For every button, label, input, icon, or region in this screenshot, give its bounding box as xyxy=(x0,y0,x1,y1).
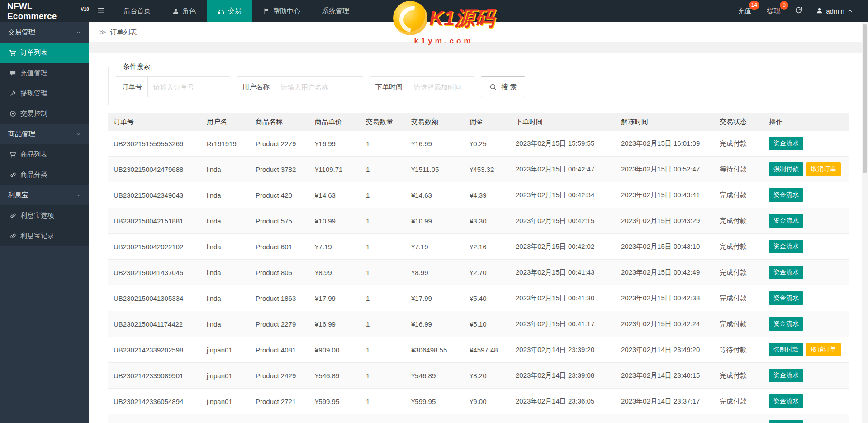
force-pay-button[interactable]: 强制付款 xyxy=(769,162,803,176)
nav-item-trade[interactable]: 交易 xyxy=(207,0,252,22)
fund-flow-button[interactable]: 资金流水 xyxy=(769,240,803,253)
cell-unfreeze-time: 2023年02月15日 00:52:47 xyxy=(616,157,714,182)
table-row: UB2302150041437045lindaProduct 805¥8.991… xyxy=(108,260,849,285)
cell-commission: ¥2.70 xyxy=(464,260,510,285)
fund-flow-button[interactable]: 资金流水 xyxy=(769,291,803,305)
column-header: 订单号 xyxy=(108,113,201,131)
cell-status: 完成付款 xyxy=(714,182,764,208)
order-time-input[interactable] xyxy=(408,76,474,97)
sidebar-item-recharge-manage[interactable]: 充值管理 xyxy=(0,63,89,83)
cell-actions: 强制付款取消订单 xyxy=(764,337,849,363)
fund-flow-button[interactable]: 资金流水 xyxy=(769,369,803,382)
breadcrumb-icon: ≫ xyxy=(99,28,106,36)
cell-amount: ¥10.99 xyxy=(406,208,464,234)
sidebar-item-product-category[interactable]: 商品分类 xyxy=(0,165,89,185)
fund-flow-button[interactable]: 资金流水 xyxy=(769,188,803,202)
sidebar-item-label: 充值管理 xyxy=(20,69,47,77)
chevron-up-icon xyxy=(848,7,853,15)
fund-flow-button[interactable]: 资金流水 xyxy=(769,137,803,150)
cell-username: Rr191919 xyxy=(201,131,250,157)
table-row: UB2302142339202598jinpan01Product 4081¥9… xyxy=(108,337,849,363)
cell-product: Product 575 xyxy=(250,208,309,234)
sidebar-item-product-list[interactable]: 商品列表 xyxy=(0,144,89,165)
fund-flow-button[interactable]: 资金流水 xyxy=(769,214,803,228)
cell-unfreeze-time: 2023年02月15日 00:43:29 xyxy=(616,208,714,234)
cell-status: 等待付款 xyxy=(714,157,764,182)
username-input[interactable] xyxy=(275,76,363,97)
flag-icon xyxy=(263,8,270,14)
cell-username: jinpan01 xyxy=(201,363,250,389)
nav-item-label: 系统管理 xyxy=(322,7,349,15)
fund-flow-button[interactable]: 资金流水 xyxy=(769,420,803,423)
column-header: 商品名称 xyxy=(250,113,309,131)
cell-unfreeze-time: 2023年02月14日 23:49:20 xyxy=(616,337,714,363)
content-panel: 条件搜索 订单号用户名称下单时间搜 索 订单号用户名商品名称商品单价交易数量交易… xyxy=(89,53,868,423)
order-no-input[interactable] xyxy=(147,76,230,97)
table-row: UB2302150042022102lindaProduct 601¥7.191… xyxy=(108,234,849,260)
hamburger-button[interactable] xyxy=(89,0,113,22)
search-legend: 条件搜索 xyxy=(119,62,154,71)
table-header-row: 订单号用户名商品名称商品单价交易数量交易数额佣金下单时间解冻时间交易状态操作 xyxy=(108,113,849,131)
cell-status: 完成付款 xyxy=(714,414,764,423)
cell-qty: 1 xyxy=(360,131,406,157)
cell-actions: 资金流水 xyxy=(764,389,849,414)
sidebar: 交易管理订单列表充值管理提现管理交易控制商品管理商品列表商品分类利息宝利息宝选项… xyxy=(0,22,89,423)
cell-username: linda xyxy=(201,285,250,311)
sidebar-item-withdraw-manage[interactable]: 提现管理 xyxy=(0,83,89,104)
cell-commission: ¥4597.48 xyxy=(464,337,510,363)
cell-username: jinpan01 xyxy=(201,414,250,423)
link-icon xyxy=(9,212,16,219)
app-window: NFWL Ecommerce V10 后台首页角色交易帮助中心系统管理 充值 1… xyxy=(0,0,868,423)
cell-amount: ¥7.19 xyxy=(406,234,464,260)
sidebar-item-lixibao-options[interactable]: 利息宝选项 xyxy=(0,205,89,226)
refresh-button[interactable] xyxy=(795,6,802,16)
nav-item-help[interactable]: 帮助中心 xyxy=(252,0,311,22)
force-pay-button[interactable]: 强制付款 xyxy=(769,343,803,356)
brand-version: V10 xyxy=(81,7,89,12)
cell-status: 完成付款 xyxy=(714,260,764,285)
cell-actions: 强制付款取消订单 xyxy=(764,157,849,182)
search-button[interactable]: 搜 索 xyxy=(481,76,525,97)
sidebar-item-label: 订单列表 xyxy=(20,48,47,57)
cell-price: ¥640.44 xyxy=(309,414,360,423)
cell-username: linda xyxy=(201,208,250,234)
user-menu[interactable]: admin xyxy=(816,7,853,15)
cell-product: Product 601 xyxy=(250,234,309,260)
sidebar-group-lixibao[interactable]: 利息宝 xyxy=(0,185,89,205)
cancel-order-button[interactable]: 取消订单 xyxy=(806,162,841,176)
main-gap xyxy=(89,42,868,53)
cell-order-no: UB2302150042349043 xyxy=(108,182,201,208)
cell-order-time: 2023年02月15日 00:41:17 xyxy=(510,311,616,337)
scrollbar-thumb[interactable] xyxy=(863,24,867,173)
cancel-order-button[interactable]: 取消订单 xyxy=(806,343,841,356)
brand-logo: NFWL Ecommerce V10 xyxy=(0,0,89,22)
sidebar-item-lixibao-records[interactable]: 利息宝记录 xyxy=(0,226,89,246)
hamburger-icon xyxy=(97,6,105,16)
cell-product: Product 2279 xyxy=(250,311,309,337)
cell-product: Product 2279 xyxy=(250,131,309,157)
sidebar-item-order-list[interactable]: 订单列表 xyxy=(0,43,89,63)
cell-qty: 1 xyxy=(360,182,406,208)
recharge-button[interactable]: 充值 14 xyxy=(737,5,752,17)
cell-actions: 资金流水 xyxy=(764,414,849,423)
fund-flow-button[interactable]: 资金流水 xyxy=(769,266,803,279)
nav-item-role[interactable]: 角色 xyxy=(161,0,207,22)
sidebar-group-trade-manage[interactable]: 交易管理 xyxy=(0,22,89,43)
cell-amount: ¥17.99 xyxy=(406,285,464,311)
cell-unfreeze-time: 2023年02月15日 00:42:49 xyxy=(616,260,714,285)
fund-flow-button[interactable]: 资金流水 xyxy=(769,394,803,408)
cell-order-time: 2023年02月15日 00:41:30 xyxy=(510,285,616,311)
cell-product: Product 420 xyxy=(250,182,309,208)
cell-order-no: UB2302150042479688 xyxy=(108,157,201,182)
withdraw-button[interactable]: 提现 0 xyxy=(766,5,781,17)
nav-item-system[interactable]: 系统管理 xyxy=(311,0,360,22)
cell-price: ¥546.89 xyxy=(309,363,360,389)
fund-flow-button[interactable]: 资金流水 xyxy=(769,317,803,331)
cell-price: ¥7.19 xyxy=(309,234,360,260)
tool-icon xyxy=(9,90,16,97)
sidebar-group-product-manage[interactable]: 商品管理 xyxy=(0,124,89,144)
cell-username: linda xyxy=(201,157,250,182)
scrollbar-track[interactable] xyxy=(862,22,868,423)
nav-item-home[interactable]: 后台首页 xyxy=(113,0,161,22)
sidebar-item-trade-control[interactable]: 交易控制 xyxy=(0,104,89,124)
